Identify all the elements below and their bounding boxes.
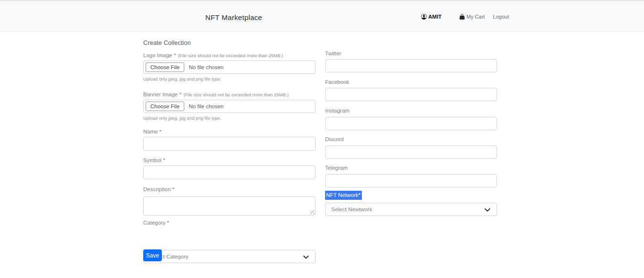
instagram-label: Instagram	[325, 108, 349, 113]
twitter-label: Twitter	[325, 51, 341, 56]
discord-label: Discord	[325, 136, 344, 142]
page: NFT Marketplace AMIT My Cart Logout Crea…	[0, 0, 644, 278]
facebook-label: Facebook	[325, 79, 349, 85]
description-textarea[interactable]	[143, 196, 316, 216]
nft-network-select[interactable]: Select Newtwork	[325, 203, 497, 216]
name-label: Name *	[143, 129, 161, 134]
form-left-column: Logo Image * (File size should not be ex…	[143, 0, 316, 32]
banner-image-size-note: (File size should not be exceeded more t…	[183, 92, 288, 97]
nft-network-label: NFT Network*	[325, 191, 362, 200]
user-menu[interactable]: AMIT	[421, 14, 442, 20]
name-input[interactable]	[143, 137, 316, 151]
banner-choose-file-button[interactable]: Choose File	[146, 102, 184, 111]
logo-image-label-row: Logo Image * (File size should not be ex…	[143, 51, 283, 59]
symbol-input[interactable]	[143, 165, 316, 179]
discord-input[interactable]	[325, 145, 497, 159]
logout-label: Logout	[493, 14, 509, 20]
banner-upload-hint: Upload only jpeg, jpg and png file type.	[143, 115, 222, 121]
my-cart-link[interactable]: My Cart	[459, 14, 485, 20]
banner-image-label: Banner Image *	[143, 92, 181, 97]
description-label: Description *	[143, 186, 174, 192]
header-nav: AMIT My Cart Logout	[421, 14, 509, 20]
description-field-wrap	[143, 196, 316, 216]
category-select[interactable]: Select Category	[143, 250, 316, 263]
logo-choose-file-button[interactable]: Choose File	[146, 62, 184, 72]
logo-image-size-note: (File size should not be exceeded more t…	[178, 53, 283, 58]
banner-file-status: No file chosen	[189, 103, 223, 109]
user-icon	[421, 14, 427, 20]
page-title: Create Collection	[143, 39, 191, 46]
chevron-down-icon	[303, 254, 309, 260]
category-label: Category *	[143, 220, 169, 226]
facebook-input[interactable]	[325, 88, 497, 101]
telegram-label: Telegram	[325, 165, 348, 171]
cart-bag-icon	[459, 14, 465, 20]
user-name: AMIT	[428, 14, 442, 20]
banner-file-input[interactable]: Choose File No file chosen	[143, 100, 316, 113]
logo-file-status: No file chosen	[189, 64, 223, 70]
chevron-down-icon	[484, 206, 491, 213]
twitter-input[interactable]	[325, 59, 497, 72]
logout-link[interactable]: Logout	[493, 14, 509, 20]
symbol-label: Symbol *	[143, 157, 165, 163]
instagram-input[interactable]	[325, 117, 497, 130]
banner-image-label-row: Banner Image * (File size should not be …	[143, 90, 289, 98]
logo-upload-hint: Upload only jpeg, jpg and png file type.	[143, 76, 222, 82]
header: NFT Marketplace AMIT My Cart Logout	[0, 0, 644, 32]
nft-network-label-row: NFT Network*	[325, 190, 362, 200]
telegram-input[interactable]	[325, 174, 497, 187]
form-right-column: Twitter Facebook Instagram Discord Teleg…	[325, 0, 497, 13]
logo-file-input[interactable]: Choose File No file chosen	[143, 61, 316, 74]
save-button[interactable]: Save	[143, 249, 162, 261]
my-cart-label: My Cart	[466, 14, 485, 20]
logo-image-label: Logo Image *	[143, 52, 176, 58]
nft-network-selected-value: Select Newtwork	[331, 206, 372, 212]
